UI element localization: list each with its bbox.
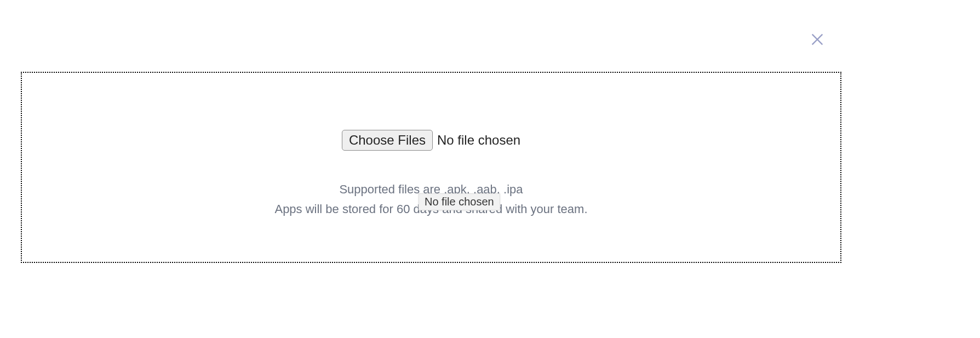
- close-icon: [810, 32, 825, 47]
- file-dropzone[interactable]: Choose Files No file chosen Supported fi…: [21, 72, 841, 263]
- file-input-row: Choose Files No file chosen: [342, 130, 520, 151]
- close-button[interactable]: [810, 32, 825, 47]
- choose-files-button[interactable]: Choose Files: [342, 130, 433, 151]
- file-status-tooltip: No file chosen: [419, 193, 500, 210]
- file-status-text: No file chosen: [437, 133, 520, 148]
